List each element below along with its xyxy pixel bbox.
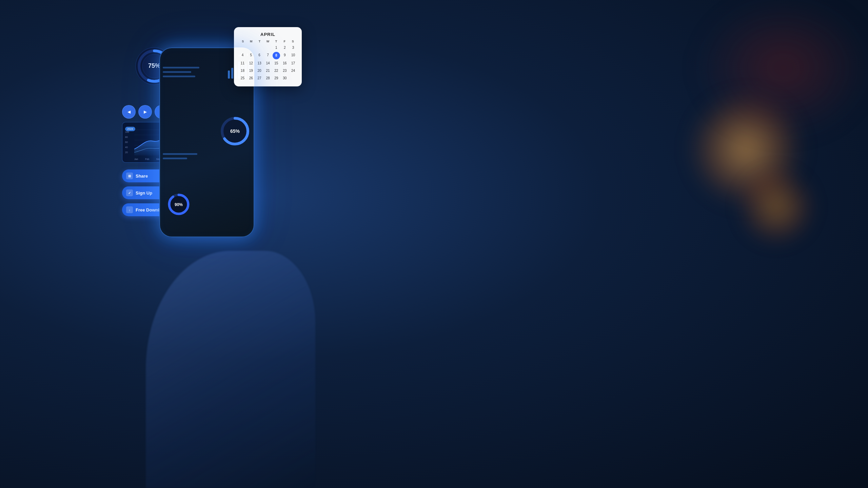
cal-day-empty-4	[264, 44, 272, 51]
phone-bar-1	[228, 70, 230, 79]
phone-donut-90: 90%	[167, 192, 191, 216]
cal-day-9[interactable]: 9	[281, 52, 289, 59]
y-label-40: 40	[125, 146, 129, 148]
phone-line-2	[163, 71, 191, 73]
cal-day-empty-3	[256, 44, 263, 51]
svg-text:65%: 65%	[230, 128, 240, 134]
cal-day-11[interactable]: 11	[239, 60, 246, 67]
calendar-days: 1 2 3 4 5 6 7 8 9 10 11 12 13 14 15 16 1…	[239, 44, 297, 82]
share-icon: ⊞	[126, 172, 133, 179]
y-label-60: 60	[125, 141, 129, 143]
cal-day-13[interactable]: 13	[256, 60, 263, 67]
cal-day-4[interactable]: 4	[239, 52, 246, 59]
download-icon: ↓	[126, 206, 133, 213]
phone-bar-2	[231, 68, 233, 79]
cal-day-2[interactable]: 2	[281, 44, 289, 51]
phone-progress-lines-top	[163, 67, 203, 77]
phone-line-1	[163, 67, 199, 68]
share-label: Share	[136, 174, 148, 179]
cal-day-14[interactable]: 14	[264, 60, 272, 67]
cal-day-1[interactable]: 1	[272, 44, 280, 51]
calendar-grid: S M T W T F S 1 2 3 4 5 6 7	[239, 40, 297, 82]
cal-day-23[interactable]: 23	[281, 67, 289, 74]
cal-day-25[interactable]: 25	[239, 75, 246, 82]
cal-day-3[interactable]: 3	[289, 44, 297, 51]
cal-day-6[interactable]: 6	[256, 52, 263, 59]
cal-header-m: M	[247, 40, 256, 43]
cal-header-w: W	[264, 40, 272, 43]
cal-day-19[interactable]: 19	[247, 67, 255, 74]
cal-day-15[interactable]: 15	[272, 60, 280, 67]
cal-day-16[interactable]: 16	[281, 60, 289, 67]
cal-day-5[interactable]: 5	[247, 52, 255, 59]
cal-day-30[interactable]: 30	[281, 75, 289, 82]
play-button[interactable]: ▶	[138, 105, 152, 119]
cal-header-f: F	[280, 40, 289, 43]
prev-button[interactable]: ◀	[122, 105, 136, 119]
x-label-jan: Jan	[134, 158, 138, 160]
bokeh-light-3	[698, 0, 868, 136]
phone-wrapper: 75% ◀ ▶ ⏸ 2024 100 80 60 40 20	[132, 34, 275, 312]
cal-day-17[interactable]: 17	[289, 60, 297, 67]
cal-day-8-today[interactable]: 8	[273, 52, 280, 59]
cal-day-12[interactable]: 12	[247, 60, 255, 67]
y-label-80: 80	[125, 136, 129, 138]
signup-icon: ✓	[126, 189, 133, 196]
cal-header-t2: T	[272, 40, 280, 43]
y-label-20: 20	[125, 151, 129, 154]
cal-header-t1: T	[255, 40, 264, 43]
cal-day-22[interactable]: 22	[272, 67, 280, 74]
cal-day-27[interactable]: 27	[256, 75, 263, 82]
cal-day-20[interactable]: 20	[256, 67, 263, 74]
cal-day-28[interactable]: 28	[264, 75, 272, 82]
phone-line-3	[163, 76, 195, 77]
calendar-month: APRIL	[239, 32, 297, 37]
x-label-feb: Feb	[145, 158, 149, 160]
calendar-header: S M T W T F S	[239, 40, 297, 43]
svg-text:75%: 75%	[148, 62, 160, 69]
calendar-card: APRIL S M T W T F S 1 2 3 4	[234, 27, 302, 86]
phone-donut-65: 65%	[220, 116, 250, 146]
cal-day-26[interactable]: 26	[247, 75, 255, 82]
cal-day-empty-1	[239, 44, 246, 51]
cal-day-10[interactable]: 10	[289, 52, 297, 59]
cal-day-24[interactable]: 24	[289, 67, 297, 74]
cal-day-29[interactable]: 29	[272, 75, 280, 82]
y-label-100: 100	[125, 131, 129, 133]
cal-day-7[interactable]: 7	[264, 52, 272, 59]
cal-header-s2: S	[289, 40, 297, 43]
svg-text:90%: 90%	[175, 202, 183, 207]
cal-day-18[interactable]: 18	[239, 67, 246, 74]
cal-header-s1: S	[239, 40, 247, 43]
phone-line-4	[163, 153, 197, 155]
signup-label: Sign Up	[136, 190, 152, 196]
phone-line-5	[163, 158, 187, 159]
chart-y-axis: 100 80 60 40 20	[125, 131, 129, 154]
phone-progress-lines-bottom	[163, 153, 203, 159]
cal-day-empty-2	[247, 44, 255, 51]
cal-day-21[interactable]: 21	[264, 67, 272, 74]
bokeh-light-2	[739, 169, 814, 244]
